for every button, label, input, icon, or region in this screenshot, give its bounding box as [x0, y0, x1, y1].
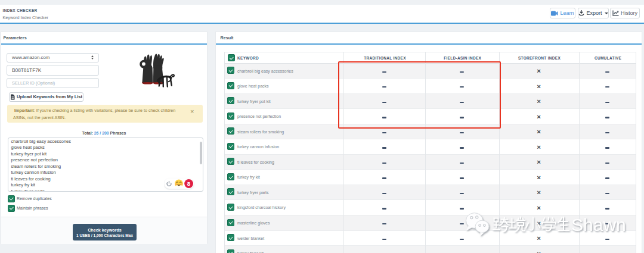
svg-text:8: 8 [187, 180, 191, 187]
svg-text:Shawn: Shawn [571, 215, 626, 235]
